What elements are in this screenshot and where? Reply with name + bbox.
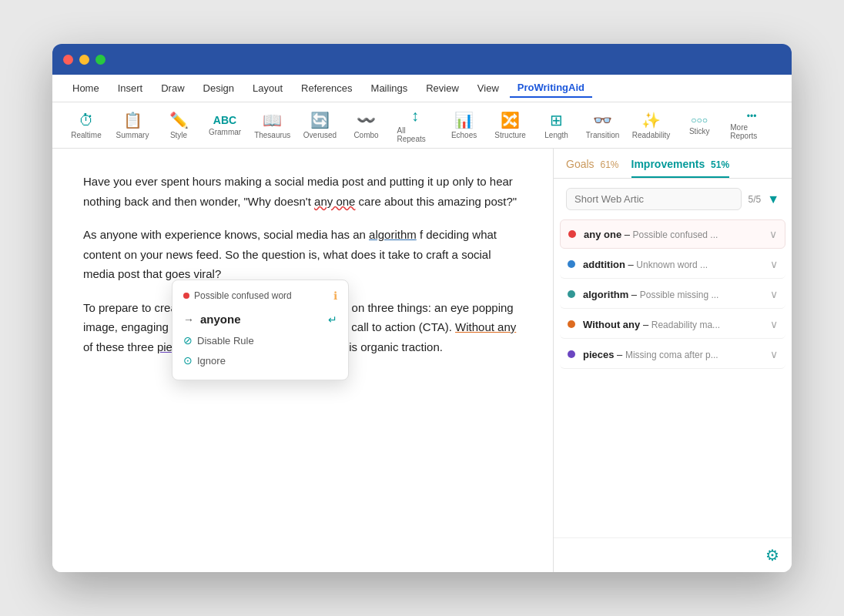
suggestion-dash-2: – <box>631 289 640 300</box>
overused-icon: 🔄 <box>310 111 330 129</box>
ignore-label: Ignore <box>197 355 226 367</box>
menu-prowritingaid[interactable]: ProWritingAid <box>510 79 592 98</box>
ignore-action[interactable]: ⊙ Ignore <box>172 350 348 370</box>
tool-structure[interactable]: 🔀 Structure <box>489 108 532 142</box>
tool-length[interactable]: ⊞ Length <box>535 108 578 142</box>
maximize-button[interactable] <box>95 55 106 65</box>
tool-summary-label: Summary <box>116 131 149 139</box>
info-icon[interactable]: ℹ <box>333 290 337 302</box>
popup-dot-red <box>183 293 189 299</box>
echoes-icon: 📊 <box>454 111 474 129</box>
menu-view[interactable]: View <box>470 79 507 97</box>
tool-style-label: Style <box>170 131 187 139</box>
suggestion-desc-pieces: Missing coma after p... <box>625 350 718 360</box>
sticky-icon: ○○○ <box>691 115 708 126</box>
length-icon: ⊞ <box>550 111 563 129</box>
suggestion-pieces[interactable]: pieces – Missing coma after p... ∨ <box>560 340 785 369</box>
suggestion-word: anyone <box>200 313 241 326</box>
suggestion-without-any[interactable]: Without any – Readability ma... ∨ <box>560 310 785 339</box>
readability-icon: ✨ <box>641 111 661 129</box>
suggestion-pieces-text: pieces – Missing coma after p... <box>583 349 764 360</box>
suggestion-any-one-text: any one – Possible confused ... <box>584 229 763 240</box>
tool-readability[interactable]: ✨ Readability <box>628 108 675 142</box>
tab-improvements[interactable]: Improvements 51% <box>631 158 730 178</box>
suggestions-list: any one – Possible confused ... ∨ addtit… <box>554 219 792 537</box>
tool-combo[interactable]: 〰️ Combo <box>345 108 388 142</box>
underlined-without-any: Without any <box>455 320 516 333</box>
tool-echoes[interactable]: 📊 Echoes <box>443 108 486 142</box>
dot-orange-icon <box>568 320 575 328</box>
transition-icon: 👓 <box>593 111 612 129</box>
tool-readability-label: Readability <box>632 131 670 139</box>
suggestion-addtition-text: addtition – Unknown word ... <box>583 259 764 270</box>
menu-design[interactable]: Design <box>196 79 242 97</box>
tool-grammar[interactable]: ABC Grammar <box>203 111 246 139</box>
toolbar: ⏱ Realtime 📋 Summary ✏️ Style ABC Gramma… <box>52 102 792 149</box>
tool-style[interactable]: ✏️ Style <box>157 108 200 142</box>
chevron-down-icon-4[interactable]: ∨ <box>770 348 778 360</box>
realtime-icon: ⏱ <box>79 112 94 129</box>
suggestion-desc-addtition: Unknown word ... <box>636 259 708 270</box>
menu-insert[interactable]: Insert <box>110 79 151 97</box>
tool-thesaurus[interactable]: 📖 Thesaurus <box>250 108 296 142</box>
panel-footer: ⚙ <box>554 537 792 572</box>
tool-summary[interactable]: 📋 Summary <box>111 108 154 142</box>
improvements-tab-label: Improvements <box>631 158 705 170</box>
dot-teal-icon <box>568 290 575 298</box>
chevron-down-icon-3[interactable]: ∨ <box>770 318 778 330</box>
suggestion-algorithm[interactable]: algorithm – Possible missing ... ∨ <box>560 280 785 309</box>
tool-realtime[interactable]: ⏱ Realtime <box>65 109 108 142</box>
menu-draw[interactable]: Draw <box>153 79 192 97</box>
disable-rule-action[interactable]: ⊘ Disable Rule <box>172 330 348 350</box>
disable-icon: ⊘ <box>183 334 193 346</box>
minimize-button[interactable] <box>79 55 89 65</box>
app-window: Home Insert Draw Design Layout Reference… <box>52 44 792 572</box>
menu-layout[interactable]: Layout <box>245 79 290 97</box>
underlined-any-one: any one <box>314 195 355 208</box>
settings-icon[interactable]: ⚙ <box>765 546 779 564</box>
suggestion-desc-without-any: Readability ma... <box>651 320 720 330</box>
suggestion-algorithm-text: algorithm – Possible missing ... <box>583 289 764 300</box>
menu-references[interactable]: References <box>293 79 360 97</box>
tool-more-reports-label: More Reports <box>730 123 773 140</box>
popup-suggestion-item[interactable]: → anyone ↵ <box>172 308 348 330</box>
tool-all-repeats[interactable]: ↕️ All Repeats <box>391 104 440 146</box>
tab-goals[interactable]: Goals 61% <box>566 158 619 178</box>
suggestion-dash-1: – <box>628 259 637 270</box>
chevron-down-icon-2[interactable]: ∨ <box>770 288 778 300</box>
menu-mailings[interactable]: Mailings <box>363 79 416 97</box>
chevron-down-icon-0[interactable]: ∨ <box>769 228 777 240</box>
suggestion-any-one[interactable]: any one – Possible confused ... ∨ <box>560 219 785 249</box>
popup-header: Possible confused word ℹ <box>172 290 348 308</box>
panel-tabs: Goals 61% Improvements 51% <box>554 149 792 179</box>
ignore-icon: ⊙ <box>183 354 193 367</box>
tool-transition[interactable]: 👓 Transition <box>581 108 625 142</box>
suggestion-popup: Possible confused word ℹ → anyone ↵ ⊘ Di… <box>172 280 349 380</box>
close-button[interactable] <box>63 55 73 65</box>
tool-length-label: Length <box>544 131 568 139</box>
grammar-icon: ABC <box>213 114 236 126</box>
popup-type-label: Possible confused word <box>194 290 292 301</box>
goals-tab-pct: 61% <box>600 159 618 170</box>
suggestion-addtition[interactable]: addtition – Unknown word ... ∨ <box>560 250 785 279</box>
tool-more-reports[interactable]: ••• More Reports <box>724 108 779 143</box>
menu-home[interactable]: Home <box>65 79 107 97</box>
tool-transition-label: Transition <box>586 131 620 139</box>
menu-review[interactable]: Review <box>418 79 467 97</box>
suggestion-word-pieces: pieces <box>583 349 614 360</box>
tool-all-repeats-label: All Repeats <box>397 126 434 143</box>
goals-tab-label: Goals <box>566 158 594 170</box>
chevron-down-icon-1[interactable]: ∨ <box>770 258 778 270</box>
filter-icon[interactable]: ▼ <box>767 192 779 206</box>
main-area: Have you ever spent hours making a socia… <box>52 149 792 572</box>
search-input[interactable] <box>566 188 742 210</box>
tool-overused[interactable]: 🔄 Overused <box>299 108 342 142</box>
search-count: 5/5 <box>748 194 761 205</box>
underlined-algorithm: algorithm <box>369 228 417 241</box>
tool-overused-label: Overused <box>303 131 337 139</box>
thesaurus-icon: 📖 <box>263 111 282 129</box>
tool-sticky[interactable]: ○○○ Sticky <box>678 112 721 139</box>
editor-pane[interactable]: Have you ever spent hours making a socia… <box>52 149 553 572</box>
replace-icon[interactable]: ↵ <box>328 313 337 326</box>
summary-icon: 📋 <box>123 111 142 129</box>
